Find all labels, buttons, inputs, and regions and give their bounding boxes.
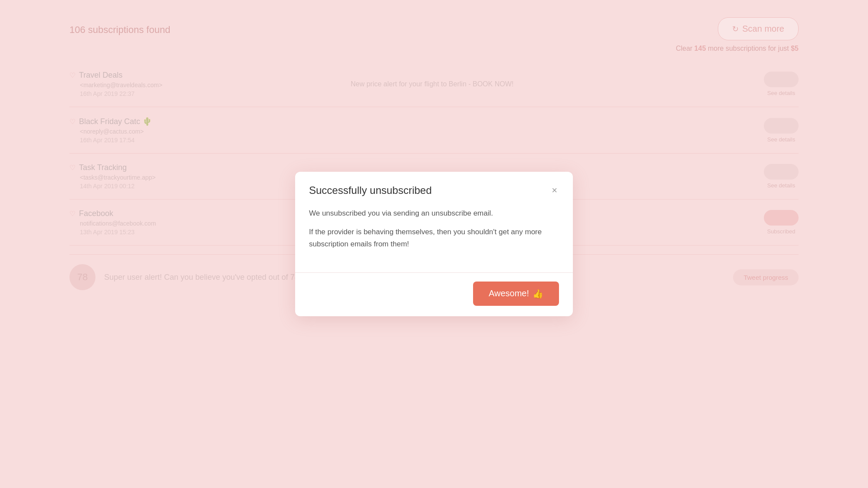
modal-close-button[interactable]: ×	[550, 184, 559, 197]
modal-title: Successfully unsubscribed	[309, 184, 432, 197]
awesome-button[interactable]: Awesome! 👍	[473, 282, 559, 306]
awesome-label: Awesome!	[489, 288, 529, 298]
modal-body-line1: We unsubscribed you via sending an unsub…	[309, 207, 559, 219]
modal-footer: Awesome! 👍	[295, 273, 573, 316]
success-modal: Successfully unsubscribed × We unsubscri…	[295, 172, 573, 316]
awesome-emoji: 👍	[533, 288, 543, 299]
modal-body-line2: If the provider is behaving themselves, …	[309, 226, 559, 249]
modal-body: We unsubscribed you via sending an unsub…	[295, 206, 573, 269]
modal-backdrop: Successfully unsubscribed × We unsubscri…	[0, 0, 868, 488]
modal-header: Successfully unsubscribed ×	[295, 172, 573, 206]
